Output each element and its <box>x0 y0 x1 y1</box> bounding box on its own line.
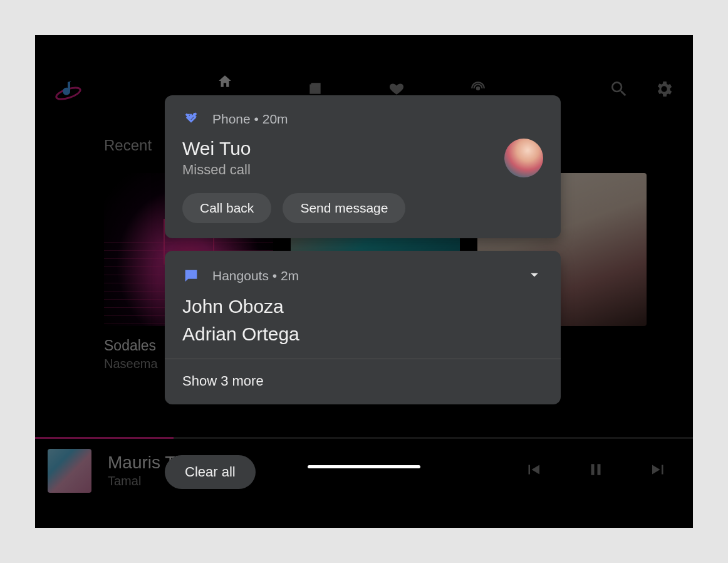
contact-avatar <box>504 139 543 177</box>
notification-app-line: Hangouts • 2m <box>212 268 299 283</box>
home-indicator[interactable] <box>308 465 420 468</box>
chat-icon <box>182 267 200 285</box>
notification-hangouts[interactable]: Hangouts • 2m John Oboza Adrian Ortega S… <box>165 251 561 404</box>
divider <box>165 359 561 359</box>
notification-line: John Oboza <box>182 296 543 317</box>
clear-all-button[interactable]: Clear all <box>165 455 256 489</box>
notification-subtitle: Missed call <box>182 162 492 178</box>
send-message-button[interactable]: Send message <box>283 193 405 223</box>
notification-line: Adrian Ortega <box>182 324 543 345</box>
notification-phone[interactable]: Phone • 20m Wei Tuo Missed call Call bac… <box>165 95 561 238</box>
call-back-button[interactable]: Call back <box>182 193 271 223</box>
show-more-button[interactable]: Show 3 more <box>182 373 543 389</box>
notification-stack: Phone • 20m Wei Tuo Missed call Call bac… <box>165 95 561 404</box>
notification-app-line: Phone • 20m <box>212 112 288 127</box>
expand-button[interactable] <box>526 266 543 286</box>
notification-title: Wei Tuo <box>182 138 492 159</box>
chevron-down-icon <box>526 266 543 283</box>
missed-call-icon <box>182 110 200 128</box>
